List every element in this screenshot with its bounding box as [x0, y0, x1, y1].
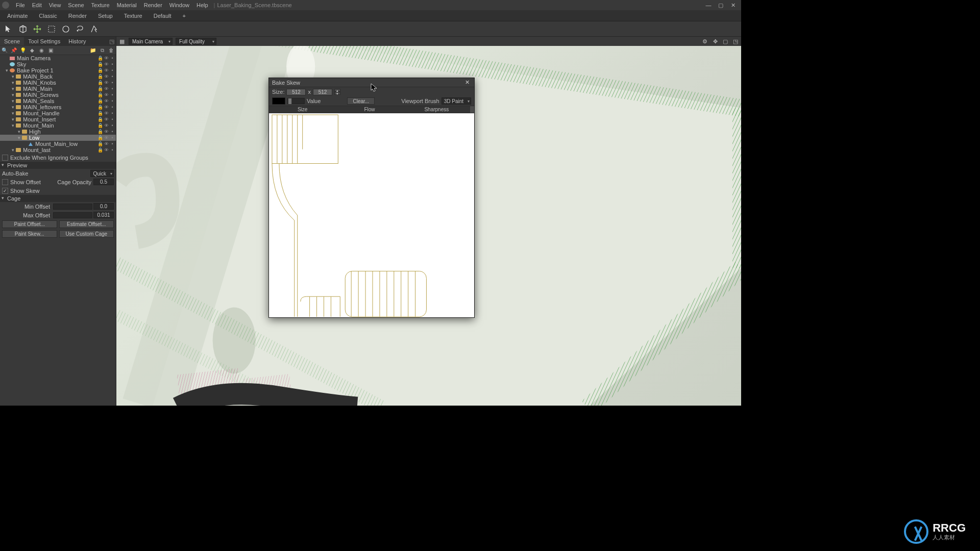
dot-icon[interactable]: •	[110, 147, 115, 153]
camera-dropdown[interactable]: Main Camera	[129, 38, 173, 45]
eye-icon[interactable]: 👁	[104, 86, 109, 91]
twist-icon[interactable]: ▾	[16, 135, 21, 140]
menu-file[interactable]: File	[12, 2, 29, 8]
tree-row-main-main[interactable]: ▾MAIN_Main🔒👁•	[0, 86, 116, 92]
lock-icon[interactable]: 🔒	[97, 56, 103, 61]
tree-row-mount-main-low[interactable]: Mount_Main_low🔒👁•	[0, 141, 116, 147]
dialog-titlebar[interactable]: Bake Skew ✕	[269, 78, 474, 87]
camera-icon[interactable]: ▣	[47, 47, 54, 54]
mode-classic[interactable]: Classic	[34, 12, 62, 20]
mode-animate[interactable]: Animate	[2, 12, 33, 20]
exclude-checkbox[interactable]	[2, 155, 8, 161]
eye-icon[interactable]: 👁	[104, 62, 109, 67]
menu-render[interactable]: Render	[140, 2, 166, 8]
cageopacity-value[interactable]: 0.5	[93, 179, 114, 185]
section-cage[interactable]: Cage	[0, 195, 116, 202]
search-icon[interactable]: 🔍	[1, 47, 8, 54]
tree-row-main-knobs[interactable]: ▾MAIN_Knobs🔒👁•	[0, 80, 116, 86]
showskew-checkbox[interactable]: ✓	[2, 188, 8, 194]
twist-icon[interactable]: ▾	[10, 74, 15, 79]
eye-icon[interactable]: 👁	[104, 68, 109, 73]
menu-help[interactable]: Help	[193, 2, 212, 8]
size-stepper[interactable]: ▴▾	[334, 89, 340, 95]
twist-icon[interactable]: ▾	[10, 105, 15, 110]
lock-icon[interactable]: 🔒	[97, 117, 103, 122]
menu-material[interactable]: Material	[113, 2, 140, 8]
pick-tool-icon[interactable]	[89, 23, 100, 35]
tree-row-main-back[interactable]: ▾MAIN_Back🔒👁•	[0, 73, 116, 80]
material-icon[interactable]: ◉	[38, 47, 45, 54]
cube-tool-icon[interactable]	[17, 23, 29, 35]
lasso-tool-icon[interactable]	[75, 23, 86, 35]
tree-row-low[interactable]: ▾Low🔒👁•	[0, 135, 116, 141]
minoffset-value[interactable]: 0.0	[93, 203, 114, 210]
dot-icon[interactable]: •	[110, 62, 115, 67]
twist-icon[interactable]: ▾	[10, 86, 15, 91]
dot-icon[interactable]: •	[110, 123, 115, 128]
menu-window[interactable]: Window	[166, 2, 193, 8]
lock-icon[interactable]: 🔒	[97, 74, 103, 79]
menu-texture[interactable]: Texture	[88, 2, 113, 8]
tab-scene[interactable]: Scene	[0, 37, 24, 45]
uv-canvas[interactable]	[269, 113, 474, 317]
lock-icon[interactable]: 🔒	[97, 141, 103, 146]
lock-icon[interactable]: 🔒	[97, 147, 103, 153]
maximize-view-icon[interactable]: ▢	[722, 38, 729, 45]
maxoffset-value[interactable]: 0.031	[93, 212, 114, 218]
circle-tool-icon[interactable]	[60, 23, 71, 35]
pin-icon[interactable]: 📌	[10, 47, 17, 54]
lock-icon[interactable]: 🔒	[97, 68, 103, 73]
eye-icon[interactable]: 👁	[104, 129, 109, 134]
dot-icon[interactable]: •	[110, 56, 115, 61]
dot-icon[interactable]: •	[110, 80, 115, 85]
eye-icon[interactable]: 👁	[104, 117, 109, 122]
quality-dropdown[interactable]: Full Quality	[176, 38, 216, 45]
use-custom-cage-button[interactable]: Use Custom Cage	[59, 230, 114, 238]
eye-icon[interactable]: 👁	[104, 105, 109, 110]
tree-row-mount-main[interactable]: ▾Mount_Main🔒👁•	[0, 122, 116, 129]
menu-scene[interactable]: Scene	[64, 2, 87, 8]
popout-view-icon[interactable]: ◳	[732, 38, 739, 45]
lock-icon[interactable]: 🔒	[97, 129, 103, 134]
light-icon[interactable]: 💡	[19, 47, 27, 54]
eye-icon[interactable]: 👁	[104, 92, 109, 97]
dot-icon[interactable]: •	[110, 74, 115, 79]
select-tool-icon[interactable]	[46, 23, 57, 35]
tree-row-main-camera[interactable]: Main Camera🔒👁•	[0, 55, 116, 61]
size-height-input[interactable]: 512	[313, 89, 332, 95]
tree-row-sky[interactable]: Sky🔒👁•	[0, 61, 116, 67]
size-width-input[interactable]: 512	[286, 89, 306, 95]
eye-icon[interactable]: 👁	[104, 74, 109, 79]
tree-row-mount-handle[interactable]: ▾Mount_Handle🔒👁•	[0, 110, 116, 116]
maxoffset-slider[interactable]	[53, 212, 92, 218]
tree-row-mount-insert[interactable]: ▾Mount_Insert🔒👁•	[0, 116, 116, 122]
resize-handle[interactable]	[470, 106, 474, 113]
twist-icon[interactable]: ▾	[16, 129, 21, 134]
tree-row-high[interactable]: ▾High🔒👁•	[0, 129, 116, 135]
tree-row-mount-last[interactable]: ▾Mount_last🔒👁•	[0, 147, 116, 153]
folder-icon[interactable]: 📁	[89, 47, 96, 54]
lock-icon[interactable]: 🔒	[97, 92, 103, 97]
eye-icon[interactable]: 👁	[104, 123, 109, 128]
value-slider[interactable]	[287, 98, 305, 104]
gear-icon[interactable]: ⚙	[701, 38, 708, 45]
mode-add[interactable]: +	[178, 12, 191, 20]
mode-setup[interactable]: Setup	[93, 12, 118, 20]
lock-icon[interactable]: 🔒	[97, 98, 103, 104]
lock-icon[interactable]: 🔒	[97, 80, 103, 85]
delete-icon[interactable]: 🗑	[108, 47, 115, 54]
eye-icon[interactable]: 👁	[104, 98, 109, 104]
dot-icon[interactable]: •	[110, 98, 115, 104]
section-preview[interactable]: Preview	[0, 162, 116, 169]
mode-default[interactable]: Default	[149, 12, 177, 20]
dot-icon[interactable]: •	[110, 92, 115, 97]
eye-icon[interactable]: 👁	[104, 147, 109, 153]
dot-icon[interactable]: •	[110, 129, 115, 134]
move-tool-icon[interactable]	[32, 23, 43, 35]
color-swatch[interactable]	[272, 97, 285, 105]
move-view-icon[interactable]: ✥	[712, 38, 719, 45]
tab-tool-settings[interactable]: Tool Settings	[24, 37, 64, 45]
eye-icon[interactable]: 👁	[104, 135, 109, 140]
estimate-offset-button[interactable]: Estimate Offset...	[59, 220, 114, 228]
duplicate-icon[interactable]: ⧉	[99, 47, 106, 54]
